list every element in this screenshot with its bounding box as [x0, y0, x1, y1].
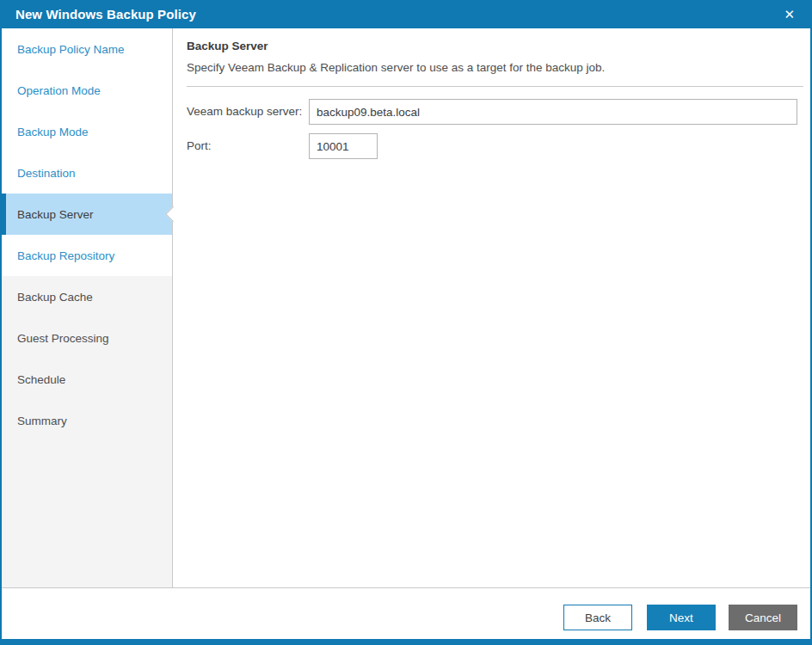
sidebar-item-operation-mode[interactable]: Operation Mode: [2, 70, 172, 111]
sidebar-item-summary[interactable]: Summary: [2, 400, 172, 441]
wizard-steps-sidebar: Backup Policy Name Operation Mode Backup…: [2, 28, 173, 587]
main-area: Backup Policy Name Operation Mode Backup…: [2, 28, 810, 587]
sidebar-item-schedule[interactable]: Schedule: [2, 359, 172, 400]
step-description: Specify Veeam Backup & Replication serve…: [187, 60, 797, 76]
step-heading: Backup Server: [187, 39, 797, 54]
back-button[interactable]: Back: [563, 605, 632, 630]
cancel-button[interactable]: Cancel: [729, 605, 797, 630]
bottom-accent-bar: [0, 639, 812, 645]
sidebar-item-destination[interactable]: Destination: [2, 152, 172, 194]
footer-buttons: Back Next Cancel: [2, 587, 810, 639]
next-button[interactable]: Next: [647, 605, 716, 630]
sidebar-item-guest-processing[interactable]: Guest Processing: [2, 317, 172, 359]
close-icon[interactable]: ✕: [780, 6, 798, 22]
sidebar-item-backup-policy-name[interactable]: Backup Policy Name: [2, 28, 172, 70]
port-input[interactable]: [309, 133, 378, 159]
backup-server-form: Veeam backup server: Port:: [187, 99, 797, 159]
port-field-row: Port:: [187, 133, 797, 159]
title-bar: New Windows Backup Policy ✕: [0, 0, 812, 28]
dialog-title: New Windows Backup Policy: [15, 7, 780, 22]
step-content: Backup Server Specify Veeam Backup & Rep…: [173, 28, 810, 587]
server-field-label: Veeam backup server:: [187, 99, 309, 125]
server-input[interactable]: [309, 99, 797, 125]
sidebar-item-backup-cache[interactable]: Backup Cache: [2, 276, 172, 317]
port-field-label: Port:: [187, 133, 309, 159]
sidebar-filler: [2, 441, 172, 587]
header-divider: [187, 86, 803, 87]
sidebar-item-backup-repository[interactable]: Backup Repository: [2, 235, 172, 276]
server-field-row: Veeam backup server:: [187, 99, 797, 125]
sidebar-item-backup-server[interactable]: Backup Server: [2, 194, 172, 235]
sidebar-item-backup-mode[interactable]: Backup Mode: [2, 111, 172, 152]
wizard-dialog: New Windows Backup Policy ✕ Backup Polic…: [0, 0, 812, 645]
